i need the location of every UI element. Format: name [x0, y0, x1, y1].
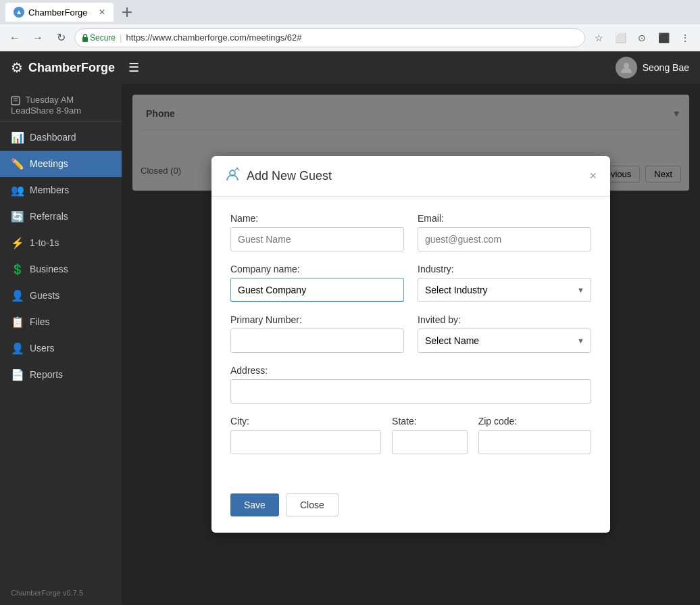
svg-rect-1: [126, 7, 128, 17]
tab-close-button[interactable]: ✕: [99, 7, 105, 17]
back-button[interactable]: ←: [5, 28, 24, 47]
tab-favicon: [14, 7, 24, 18]
add-guest-modal: Add New Guest × Name: Email:: [211, 156, 610, 533]
invited-by-select[interactable]: Select Name: [418, 329, 591, 353]
email-label: Email:: [418, 213, 591, 224]
sidebar-item-members[interactable]: 👥 Members: [0, 177, 122, 203]
business-icon: 💲: [11, 263, 23, 276]
sidebar-item-files[interactable]: 📋 Files: [0, 309, 122, 335]
extension-button[interactable]: ⬛: [654, 28, 673, 47]
new-tab-button[interactable]: [118, 3, 136, 22]
form-group-primary-number: Primary Number:: [230, 314, 404, 353]
save-button[interactable]: Save: [230, 493, 279, 516]
files-icon: 📋: [11, 316, 23, 329]
user-avatar: [616, 57, 637, 78]
app-header: ⚙ ChamberForge ☰ Seong Bae: [0, 51, 700, 84]
users-icon: 👤: [11, 342, 23, 355]
tab-title: ChamberForge: [28, 7, 87, 18]
modal-header-icon: [225, 167, 240, 185]
app-logo: ChamberForge: [28, 61, 115, 75]
sidebar-item-1to1s[interactable]: ⚡ 1-to-1s: [0, 230, 122, 256]
address-bar[interactable]: Secure | https://www.chamberforge.com/me…: [74, 28, 585, 47]
reload-button[interactable]: ↻: [51, 28, 70, 47]
sidebar: Tuesday AM LeadShare 8-9am 📊 Dashboard ✏…: [0, 84, 122, 605]
sidebar-item-dashboard[interactable]: 📊 Dashboard: [0, 124, 122, 151]
modal-footer: Save Close: [211, 483, 610, 533]
form-group-city: City:: [230, 416, 381, 454]
invited-by-select-wrapper: Select Name: [418, 329, 591, 353]
svg-rect-2: [82, 37, 88, 42]
modal-body: Name: Email: Company name:: [211, 197, 610, 483]
guests-icon: 👤: [11, 289, 23, 302]
form-group-zip: Zip code:: [478, 416, 591, 454]
cast-button[interactable]: ⬜: [611, 28, 630, 47]
modal-title: Add New Guest: [247, 169, 332, 183]
form-group-invited-by: Invited by: Select Name: [418, 314, 591, 353]
invited-by-label: Invited by:: [418, 314, 591, 325]
industry-select-wrapper: Select Industry: [418, 278, 591, 302]
form-row-phone-invited: Primary Number: Invited by: Select Name: [230, 314, 591, 353]
form-group-email: Email:: [418, 213, 591, 251]
sidebar-item-referrals[interactable]: 🔄 Referrals: [0, 203, 122, 230]
state-label: State:: [392, 416, 468, 427]
primary-number-input[interactable]: [230, 329, 404, 353]
sidebar-item-business[interactable]: 💲 Business: [0, 256, 122, 283]
name-input[interactable]: [230, 227, 404, 251]
menu-button[interactable]: ⋮: [676, 28, 695, 47]
form-row-name-email: Name: Email:: [230, 213, 591, 251]
email-input[interactable]: [418, 227, 591, 251]
screenshot-button[interactable]: ⊙: [632, 28, 651, 47]
header-username: Seong Bae: [643, 62, 689, 73]
zip-label: Zip code:: [478, 416, 591, 427]
form-group-industry: Industry: Select Industry: [418, 264, 591, 302]
modal-header: Add New Guest ×: [211, 156, 610, 197]
city-input[interactable]: [230, 430, 381, 454]
svg-point-3: [624, 63, 629, 68]
sidebar-subtitle: Tuesday AM LeadShare 8-9am: [0, 89, 122, 122]
name-label: Name:: [230, 213, 404, 224]
1to1s-icon: ⚡: [11, 237, 23, 249]
reports-icon: 📄: [11, 368, 23, 381]
form-group-state: State:: [392, 416, 468, 454]
industry-label: Industry:: [418, 264, 591, 274]
url-text: https://www.chamberforge.com/meetings/62…: [126, 32, 301, 43]
close-button[interactable]: Close: [286, 493, 339, 516]
sidebar-item-guests[interactable]: 👤 Guests: [0, 283, 122, 309]
meetings-icon: ✏️: [11, 158, 23, 170]
state-input[interactable]: [392, 430, 468, 454]
sidebar-item-reports[interactable]: 📄 Reports: [0, 362, 122, 388]
address-label: Address:: [230, 365, 268, 376]
primary-number-label: Primary Number:: [230, 314, 404, 325]
modal-close-button[interactable]: ×: [589, 169, 597, 183]
forward-button[interactable]: →: [28, 28, 47, 47]
form-group-name: Name:: [230, 213, 404, 251]
members-icon: 👥: [11, 184, 23, 197]
form-row-address: Address:: [230, 365, 591, 404]
zip-input[interactable]: [478, 430, 591, 454]
bookmark-button[interactable]: ☆: [589, 28, 608, 47]
form-row-company-industry: Company name: Industry: Select Industry: [230, 264, 591, 302]
modal-overlay: Add New Guest × Name: Email:: [122, 84, 700, 605]
dashboard-icon: 📊: [11, 131, 23, 144]
referrals-icon: 🔄: [11, 210, 23, 223]
form-row-city-state-zip: City: State: Zip code:: [230, 416, 591, 454]
hamburger-menu[interactable]: ☰: [128, 60, 139, 75]
company-input[interactable]: [230, 278, 404, 302]
secure-badge: Secure: [82, 33, 116, 43]
sidebar-item-meetings[interactable]: ✏️ Meetings: [0, 151, 122, 177]
sidebar-item-users[interactable]: 👤 Users: [0, 335, 122, 362]
industry-select[interactable]: Select Industry: [418, 278, 591, 302]
form-group-company: Company name:: [230, 264, 404, 302]
city-label: City:: [230, 416, 381, 427]
main-content: Phone ▼ Closed (0) Previous Next: [122, 84, 700, 605]
browser-tab[interactable]: ChamberForge ✕: [5, 3, 114, 22]
app-version: ChamberForge v0.7.5: [0, 581, 122, 605]
company-label: Company name:: [230, 264, 404, 274]
address-input[interactable]: [230, 379, 591, 404]
